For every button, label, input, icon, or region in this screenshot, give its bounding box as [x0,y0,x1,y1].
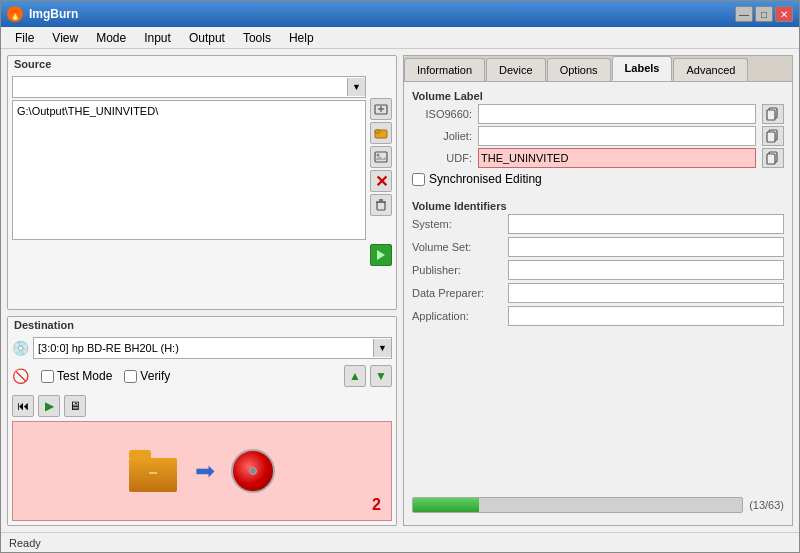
vol-system-input[interactable] [508,214,784,234]
menu-tools[interactable]: Tools [235,29,279,47]
left-panel: Source ▼ G:\Output\THE_UNINVITED\ [7,55,397,526]
destination-label: Destination [8,317,396,333]
action-number: 2 [372,496,381,514]
iso9660-input[interactable] [478,104,756,124]
browse-image-button[interactable] [370,146,392,168]
vol-set-input[interactable] [508,237,784,257]
tab-device[interactable]: Device [486,58,546,81]
menu-bar: File View Mode Input Output Tools Help [1,27,799,49]
destination-group: Destination 💿 [3:0:0] hp BD-RE BH20L (H:… [7,316,397,526]
vol-publisher-input[interactable] [508,260,784,280]
svg-rect-16 [767,154,775,164]
status-bar: Ready [1,532,799,552]
vol-set-row: Volume Set: [412,237,784,257]
destination-combo-arrow[interactable]: ▼ [373,339,391,357]
source-label: Source [8,56,396,72]
test-mode-icon: 🚫 [12,368,29,384]
sync-checkbox[interactable] [412,173,425,186]
tab-options[interactable]: Options [547,58,611,81]
vol-set-label: Volume Set: [412,241,502,253]
source-path-area[interactable]: G:\Output\THE_UNINVITED\ [12,100,366,240]
speed-up-button[interactable]: ▲ [344,365,366,387]
joliet-copy-button[interactable] [762,126,784,146]
vol-preparer-label: Data Preparer: [412,287,502,299]
udf-copy-button[interactable] [762,148,784,168]
play-button[interactable]: ▶ [38,395,60,417]
udf-input[interactable] [478,148,756,168]
verify-checkbox[interactable] [124,370,137,383]
volume-identifiers-title: Volume Identifiers [412,200,784,212]
disc-icon [231,449,275,493]
udf-label: UDF: [412,152,472,164]
svg-rect-4 [375,130,380,133]
browse-button[interactable] [370,122,392,144]
joliet-label: Joliet: [412,130,472,142]
menu-output[interactable]: Output [181,29,233,47]
sync-row: Synchronised Editing [412,172,784,186]
menu-file[interactable]: File [7,29,42,47]
vol-preparer-input[interactable] [508,283,784,303]
speed-down-button[interactable]: ▼ [370,365,392,387]
tab-information[interactable]: Information [404,58,485,81]
close-button[interactable]: ✕ [775,6,793,22]
minimize-button[interactable]: — [735,6,753,22]
menu-mode[interactable]: Mode [88,29,134,47]
destination-combo[interactable]: [3:0:0] hp BD-RE BH20L (H:) ▼ [33,337,392,359]
udf-row: UDF: [412,148,784,168]
window-controls: — □ ✕ [735,6,793,22]
app-icon: 🔥 [7,6,23,22]
vol-preparer-row: Data Preparer: [412,283,784,303]
joliet-row: Joliet: [412,126,784,146]
go-button[interactable] [370,244,392,266]
maximize-button[interactable]: □ [755,6,773,22]
svg-rect-7 [377,202,385,210]
iso9660-row: ISO9660: [412,104,784,124]
tab-labels[interactable]: Labels [612,56,673,81]
source-combo-arrow[interactable]: ▼ [347,78,365,96]
svg-rect-14 [767,132,775,142]
iso9660-copy-button[interactable] [762,104,784,124]
title-bar: 🔥 ImgBurn — □ ✕ [1,1,799,27]
menu-view[interactable]: View [44,29,86,47]
svg-marker-10 [377,250,385,260]
vol-application-label: Application: [412,310,502,322]
test-mode-label[interactable]: Test Mode [41,369,112,383]
progress-text: (13/63) [749,499,784,511]
vol-publisher-label: Publisher: [412,264,502,276]
iso9660-label: ISO9660: [412,108,472,120]
svg-rect-12 [767,110,775,120]
source-group: Source ▼ G:\Output\THE_UNINVITED\ [7,55,397,310]
destination-value: [3:0:0] hp BD-RE BH20L (H:) [38,342,179,354]
vol-system-row: System: [412,214,784,234]
main-content: Source ▼ G:\Output\THE_UNINVITED\ [1,49,799,532]
status-text: Ready [9,537,41,549]
svg-rect-5 [375,152,387,162]
progress-fill [413,498,479,512]
window-title: ImgBurn [29,7,78,21]
tab-bar: Information Device Options Labels Advanc… [404,56,792,82]
remove-button[interactable]: ✕ [370,170,392,192]
progress-bar [412,497,743,513]
tab-advanced[interactable]: Advanced [673,58,748,81]
vol-application-input[interactable] [508,306,784,326]
tab-content-labels: Volume Label ISO9660: Joliet: [404,82,792,525]
volume-label-title: Volume Label [412,90,784,102]
volume-identifiers-section: Volume Identifiers System: Volume Set: P… [412,200,784,329]
burn-arrow-icon: ➡ [195,457,215,485]
add-file-button[interactable] [370,98,392,120]
volume-label-section: Volume Label ISO9660: Joliet: [412,90,784,190]
menu-help[interactable]: Help [281,29,322,47]
sync-label: Synchronised Editing [429,172,542,186]
screen-button[interactable]: 🖥 [64,395,86,417]
verify-label[interactable]: Verify [124,369,170,383]
burn-action-area[interactable]: ➡ 2 [12,421,392,521]
progress-section: (13/63) [412,493,784,517]
vol-application-row: Application: [412,306,784,326]
main-window: 🔥 ImgBurn — □ ✕ File View Mode Input Out… [0,0,800,553]
test-mode-checkbox[interactable] [41,370,54,383]
vol-publisher-row: Publisher: [412,260,784,280]
menu-input[interactable]: Input [136,29,179,47]
rewind-button[interactable]: ⏮ [12,395,34,417]
delete-button[interactable] [370,194,392,216]
joliet-input[interactable] [478,126,756,146]
